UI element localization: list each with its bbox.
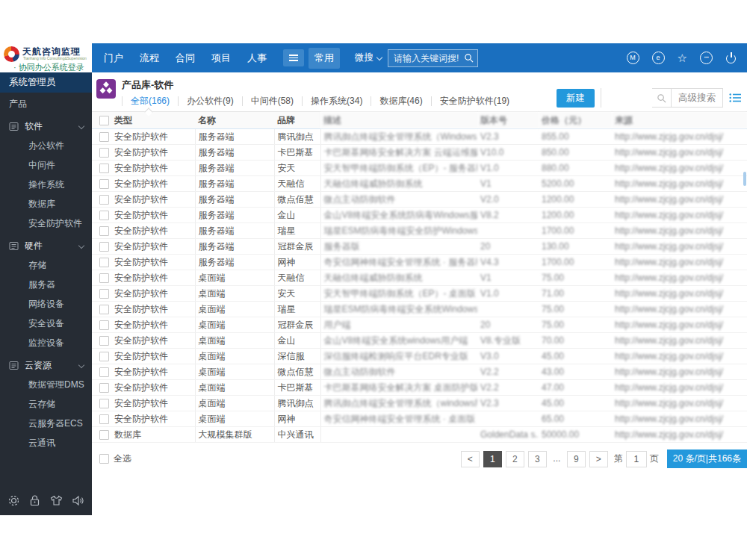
sidebar-item[interactable]: 云通讯 (0, 433, 92, 452)
column-header-type[interactable]: 类型 (111, 112, 195, 129)
search-icon[interactable] (657, 93, 666, 103)
row-checkbox[interactable] (99, 211, 109, 220)
category-tab[interactable]: 中间件(58) (242, 96, 302, 106)
page-number-button[interactable]: 2 (506, 451, 524, 467)
category-tab[interactable]: 操作系统(34) (302, 96, 371, 106)
nav-item-common[interactable]: 常用 (309, 48, 340, 69)
page-number-button[interactable]: 9 (567, 451, 586, 467)
sidebar-item[interactable]: 数据管理DMS (0, 375, 92, 394)
search-icon[interactable] (464, 53, 474, 63)
sidebar-item[interactable]: 硬件 (0, 236, 92, 255)
select-all-checkbox[interactable] (99, 454, 109, 464)
cell-source: http://www.zjcjg.gov.cn/djsj/ (612, 192, 747, 208)
chevron-down-icon (78, 123, 84, 129)
sidebar-item[interactable]: 监控设备 (0, 333, 92, 352)
lock-icon[interactable] (29, 494, 40, 507)
nav-item[interactable]: 项目 (211, 52, 231, 65)
row-checkbox[interactable] (99, 179, 109, 189)
sidebar-item[interactable]: 网络设备 (0, 294, 92, 314)
sidebar-item[interactable]: 产品 (0, 94, 92, 113)
row-checkbox[interactable] (99, 148, 109, 158)
row-checkbox[interactable] (99, 414, 109, 424)
cell-price: 880.00 (539, 161, 612, 176)
row-checkbox[interactable] (99, 226, 109, 236)
messages-icon[interactable]: M (627, 52, 639, 64)
cell-desc: 安天智甲终端防御系统（EP）- 桌面版 (320, 286, 477, 302)
page-size-summary-badge[interactable]: 20 条/页|共166条 (667, 449, 747, 468)
list-view-icon[interactable] (729, 93, 741, 103)
row-checkbox[interactable] (99, 195, 109, 205)
row-checkbox[interactable] (99, 242, 109, 252)
sidebar-item[interactable]: 云服务器ECS (0, 414, 92, 433)
row-checkbox[interactable] (99, 383, 109, 393)
sidebar-item[interactable]: 中间件 (0, 155, 92, 175)
nav-item[interactable]: 流程 (140, 52, 159, 65)
cell-version: V1 (477, 270, 539, 286)
sidebar-item[interactable]: 办公软件 (0, 136, 92, 155)
page-number-button[interactable]: ... (551, 451, 563, 466)
row-checkbox[interactable] (99, 336, 109, 346)
sidebar-item[interactable]: 软件 (0, 116, 92, 136)
cell-type: 安全防护软件 (111, 145, 195, 161)
page-number-button[interactable]: 3 (528, 451, 547, 467)
cell-price: 855.00 (539, 129, 612, 145)
column-header-desc[interactable]: 描述 (320, 112, 477, 129)
logout-power-icon[interactable] (725, 52, 737, 63)
row-checkbox[interactable] (99, 399, 109, 408)
column-header-price[interactable]: 价格（元） (539, 112, 612, 129)
vertical-scrollbar-thumb[interactable] (743, 172, 746, 186)
jump-page-input[interactable] (626, 451, 647, 467)
settings-gear-icon[interactable] (7, 494, 20, 507)
more-options-icon[interactable]: ··· (700, 52, 713, 64)
column-header-version[interactable]: 版本号 (477, 112, 539, 129)
nav-item[interactable]: 人事 (247, 52, 267, 65)
table-search-input[interactable] (601, 88, 652, 108)
global-search-box (388, 49, 478, 67)
advanced-search-button[interactable]: 高级搜索 (671, 89, 722, 108)
sidebar-item-label: 云资源 (25, 359, 52, 372)
nav-item[interactable]: 门户 (104, 52, 123, 65)
row-checkbox[interactable] (99, 258, 109, 267)
new-button[interactable]: 新建 (557, 89, 595, 108)
cell-source: http://www.zjcjg.gov.cn/djsj/ (612, 317, 747, 333)
feedback-icon[interactable]: e (652, 52, 665, 64)
row-checkbox[interactable] (99, 305, 109, 314)
sidebar-item[interactable]: 安全设备 (0, 314, 92, 333)
row-checkbox[interactable] (99, 320, 109, 330)
global-search-input[interactable] (392, 52, 464, 64)
search-scope-dropdown[interactable]: 微搜 (355, 52, 374, 64)
row-checkbox[interactable] (99, 289, 109, 299)
select-all-header-checkbox[interactable] (99, 116, 109, 125)
cell-name: 桌面端 (195, 317, 274, 333)
sidebar-item[interactable]: 云资源 (0, 355, 92, 375)
column-header-name[interactable]: 名称 (195, 112, 274, 129)
column-header-source[interactable]: 来源 (612, 112, 747, 129)
table-header-row: 类型 名称 品牌 描述 版本号 价格（元） 来源 (92, 112, 747, 129)
oa-login-link[interactable]: · 协同办公系统登录 (13, 62, 84, 73)
sidebar-item[interactable]: 数据库 (0, 194, 92, 214)
row-checkbox[interactable] (99, 132, 109, 142)
category-tab[interactable]: 全部(166) (122, 96, 178, 106)
column-header-brand[interactable]: 品牌 (274, 112, 320, 129)
prev-page-button[interactable]: < (461, 451, 480, 467)
category-tab[interactable]: 办公软件(9) (178, 96, 242, 106)
nav-menu-button[interactable] (283, 49, 304, 66)
sidebar-item[interactable]: 服务器 (0, 275, 92, 294)
category-tab[interactable]: 安全防护软件(19) (431, 96, 518, 106)
row-checkbox[interactable] (99, 164, 109, 173)
nav-item[interactable]: 合同 (176, 52, 195, 65)
page-number-button[interactable]: 1 (483, 451, 502, 467)
row-checkbox[interactable] (99, 430, 109, 440)
row-checkbox[interactable] (99, 273, 109, 283)
sidebar-item[interactable]: 安全防护软件 (0, 214, 92, 233)
next-page-button[interactable]: > (589, 451, 608, 467)
sound-speaker-icon[interactable] (72, 495, 84, 506)
sidebar-item[interactable]: 云存储 (0, 394, 92, 414)
theme-shirt-icon[interactable] (50, 495, 63, 506)
row-checkbox[interactable] (99, 352, 109, 361)
sidebar-item[interactable]: 存储 (0, 255, 92, 275)
row-checkbox[interactable] (99, 367, 109, 377)
sidebar-item[interactable]: 操作系统 (0, 175, 92, 194)
favorites-star-icon[interactable]: ☆ (678, 52, 687, 63)
category-tab[interactable]: 数据库(46) (371, 96, 430, 106)
